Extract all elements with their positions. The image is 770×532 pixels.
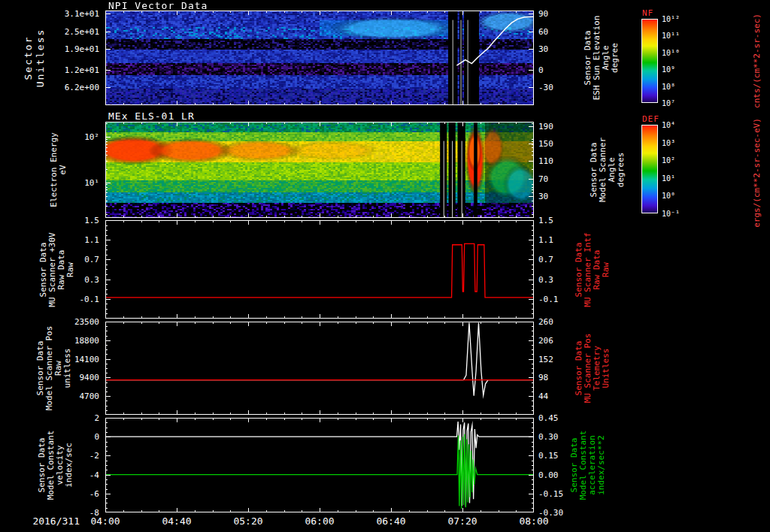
y-tick-label-right: 150: [538, 139, 553, 149]
y-tick-label-right: 90: [538, 9, 548, 19]
npi-vector-data-plot-canvas: [105, 11, 534, 105]
colorbar-tick-label: 10⁸: [662, 83, 675, 91]
y-tick-label-right: 0: [538, 65, 544, 75]
y-tick-label-left: 2.5e+01: [0, 27, 99, 37]
x-axis-tick-label: 08:00: [510, 516, 558, 527]
y-tick-label-right: 1.5: [538, 216, 553, 225]
colorbar-tick-label: 10¹¹: [662, 32, 680, 40]
x-axis-tick-label: 04:40: [153, 516, 201, 527]
y-tick-label-right: -30: [538, 83, 553, 92]
colorbar-tick-label: 10⁹: [662, 65, 675, 74]
y-tick-label-right: 190: [538, 122, 553, 131]
y-tick-label-left: 6.2e+00: [0, 83, 99, 92]
y-tick-label-right: 0.15: [538, 451, 559, 461]
model-constant-plot-canvas: [105, 418, 534, 512]
y-tick-label-right: 98: [538, 373, 548, 382]
y-tick-label-right: 0.3: [538, 275, 553, 285]
date-label: 2016/311: [20, 516, 80, 527]
y-tick-label-right: 30: [538, 192, 548, 201]
y-tick-label-right: 0.45: [538, 413, 559, 423]
model-constant-left-axis-title-text: Sensor Data Model Constant velocity inde…: [38, 401, 74, 529]
y-tick-label-right: 0.7: [538, 255, 553, 264]
y-tick-label-right: 30: [538, 44, 548, 54]
model-scanner-pos-plot-canvas: [105, 322, 534, 415]
colorbar-tick-label: 10¹⁰: [662, 49, 680, 57]
colorbar-tick-label: 10²: [662, 156, 675, 165]
x-axis-tick-label: 04:00: [81, 516, 129, 527]
colorbar-gradient: [641, 125, 658, 213]
y-tick-label-left: 1.9e+01: [0, 44, 99, 54]
mex-els-01-lr-plot-canvas: [105, 122, 534, 218]
y-tick-label-left: 3.1e+01: [0, 9, 99, 19]
mu-scanner-30v-plot-canvas: [105, 220, 534, 319]
colorbar-tick-label: 10⁻¹: [662, 210, 680, 218]
colorbar-unit-text: ergs/(cm**2-sr-sec-eV): [753, 105, 762, 240]
y-tick-label-right: -0.1: [538, 295, 559, 304]
x-axis-tick-label: 05:20: [224, 516, 272, 527]
model-constant-right-axis-title-text: Sensor Data Model Constant acceleration …: [570, 401, 606, 529]
y-tick-label-right: 260: [538, 317, 553, 327]
y-tick-label-right: 44: [538, 391, 548, 401]
colorbar-title: DEF: [642, 114, 659, 124]
x-axis-tick-label: 06:00: [296, 516, 344, 527]
colorbar-tick-label: 10⁷: [662, 99, 675, 107]
y-tick-label-right: 1.1: [538, 235, 553, 245]
colorbar-title: NF: [642, 8, 653, 18]
y-tick-label-right: 206: [538, 336, 553, 346]
colorbar-tick-label: 10¹²: [662, 15, 680, 23]
science-plot-screen: 3.1e+012.5e+011.9e+011.2e+016.2e+0090603…: [0, 0, 770, 532]
x-axis-tick-label: 07:20: [438, 516, 487, 527]
colorbar-tick-label: 10¹: [662, 174, 675, 183]
y-tick-label-right: 0.00: [538, 470, 559, 480]
x-axis-tick-label: 06:40: [367, 516, 415, 527]
y-tick-label-right: -0.15: [538, 489, 563, 499]
panel-els-title: MEx ELS-01 LR: [108, 110, 195, 122]
colorbar-tick-label: 10⁰: [662, 192, 675, 200]
y-tick-label-left: 1.2e+01: [0, 65, 99, 75]
npi-vector-data-right-axis-title-text: Sensor Data ESH Sun Elevation Angle degr…: [584, 0, 620, 122]
y-tick-label-right: 110: [538, 156, 553, 166]
y-tick-label-right: 60: [538, 27, 548, 37]
panel-npi-title: NPI Vector Data: [108, 0, 208, 11]
colorbar-tick-label: 10³: [662, 139, 675, 147]
y-tick-label-right: 0.30: [538, 432, 559, 442]
y-tick-label-right: 70: [538, 174, 548, 184]
colorbar-tick-label: 10⁴: [662, 121, 675, 129]
colorbar-gradient: [641, 19, 658, 103]
npi-vector-data-left-axis-title-text: Sector Unitless: [23, 0, 47, 122]
figure-layers: 3.1e+012.5e+011.9e+011.2e+016.2e+0090603…: [0, 0, 770, 532]
y-tick-label-right: 152: [538, 355, 553, 364]
